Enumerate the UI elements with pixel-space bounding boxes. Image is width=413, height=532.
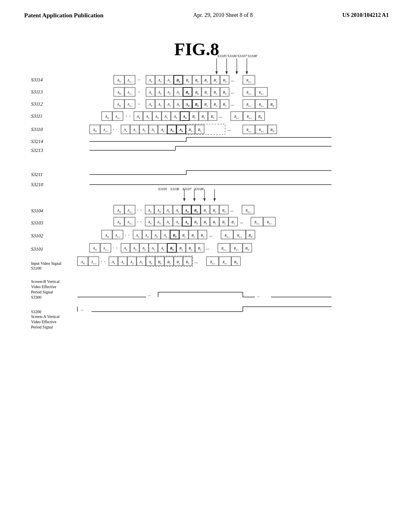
- s3107-prime-label: S3107': [238, 54, 248, 58]
- svg-text:...: ...: [230, 207, 234, 213]
- svg-text:·: ·: [140, 219, 142, 224]
- svg-text:·: ·: [140, 207, 142, 213]
- s3210-label: S3210: [31, 182, 43, 187]
- s3114-label: S3114: [31, 77, 43, 83]
- svg-text:·: ·: [113, 245, 114, 251]
- s3104-label: S3104: [31, 208, 43, 214]
- svg-text:·: ·: [137, 207, 138, 213]
- svg-text:...: ...: [231, 77, 234, 83]
- svg-marker-149: [193, 198, 196, 202]
- header-right: US 2010/104212 A1: [342, 12, 389, 19]
- svg-text:S3105: S3105: [158, 187, 167, 191]
- header-center: Apr. 29, 2010 Sheet 8 of 8: [193, 12, 253, 19]
- s3102-label: S3102: [31, 233, 43, 239]
- s3113-label: S3113: [31, 89, 43, 95]
- fig-title: FIG.8: [174, 39, 219, 59]
- s3111-label: S3111: [31, 113, 42, 119]
- s3300-label-line4: S3300: [31, 295, 42, 299]
- svg-text:·: ·: [104, 259, 105, 264]
- header-left: Patent Application Publication: [24, 12, 104, 19]
- s3105-prime-label: S3105': [217, 54, 228, 58]
- s3100-label-id: S3100: [31, 266, 42, 270]
- s3200-label-line4: Period Signal: [31, 325, 53, 329]
- s3106-prime-arrowhead: [225, 71, 228, 75]
- svg-text:·: ·: [125, 232, 126, 238]
- svg-text:...: ...: [219, 113, 222, 119]
- svg-text:··: ··: [138, 77, 140, 83]
- s3107-prime-arrowhead: [236, 71, 238, 75]
- main-content: FIG.8 S3105' S3106' S3107' S3108' S3114 …: [0, 23, 413, 527]
- svg-text:...: ...: [209, 232, 213, 238]
- s3105-prime-arrowhead: [215, 71, 218, 75]
- svg-text:...: ...: [257, 293, 260, 298]
- svg-text:S3107: S3107: [182, 187, 192, 191]
- svg-text:...: ...: [206, 245, 209, 251]
- s3200-label-line2: Screen-A Vertical: [31, 314, 60, 319]
- svg-text:·: ·: [129, 113, 130, 119]
- svg-text:...: ...: [231, 101, 234, 107]
- svg-text:·: ·: [137, 219, 138, 224]
- svg-text:S3108: S3108: [194, 187, 204, 191]
- svg-text:··: ··: [138, 101, 140, 107]
- svg-text:...: ...: [231, 89, 234, 95]
- svg-text:...: ...: [240, 219, 243, 224]
- s3214-label: S3214: [31, 139, 43, 144]
- s3200-label-line3: Video Effective: [31, 320, 56, 324]
- page-header: Patent Application Publication Apr. 29, …: [0, 0, 413, 23]
- svg-text:S3106: S3106: [170, 187, 179, 191]
- svg-text:···: ···: [81, 308, 84, 312]
- s3112-label: S3112: [31, 101, 43, 107]
- s3100-label-main: Input Video Signal: [31, 261, 62, 266]
- svg-text:·: ·: [116, 245, 117, 251]
- s3300-label-line2: Video Effective: [31, 285, 56, 289]
- s3300-label-line1: Screen-B Vertical: [31, 279, 60, 284]
- svg-text:·: ·: [126, 113, 127, 119]
- s3211-label: S3211: [31, 172, 43, 177]
- svg-text:·: ·: [113, 127, 114, 132]
- s3200-label-id: S3200: [31, 310, 42, 314]
- svg-text:·: ·: [101, 259, 102, 264]
- s3108-prime-arrowhead: [246, 71, 248, 75]
- svg-marker-155: [213, 198, 216, 202]
- svg-marker-146: [183, 198, 186, 202]
- diagram-svg: FIG.8 S3105' S3106' S3107' S3108' S3114 …: [29, 31, 384, 515]
- svg-text:··: ··: [138, 89, 140, 95]
- s3300-label-line3: Period Signal: [31, 290, 53, 294]
- page-wrapper: Patent Application Publication Apr. 29, …: [0, 0, 413, 532]
- s3103-label: S3103: [31, 220, 43, 226]
- s3106-prime-label: S3106': [227, 54, 238, 58]
- s3110-label: S3110: [31, 127, 43, 132]
- svg-text:···: ···: [148, 293, 151, 298]
- svg-text:...: ...: [227, 127, 231, 132]
- svg-marker-152: [203, 198, 206, 202]
- svg-text:·: ·: [128, 232, 129, 238]
- s3108-prime-label: S3108': [248, 54, 258, 58]
- svg-text:·: ·: [116, 127, 117, 132]
- s3101-label: S3101: [31, 246, 43, 252]
- s3213-label: S3213: [31, 148, 43, 153]
- svg-text:...: ...: [194, 259, 198, 264]
- publication-title: Patent Application Publication: [24, 12, 104, 19]
